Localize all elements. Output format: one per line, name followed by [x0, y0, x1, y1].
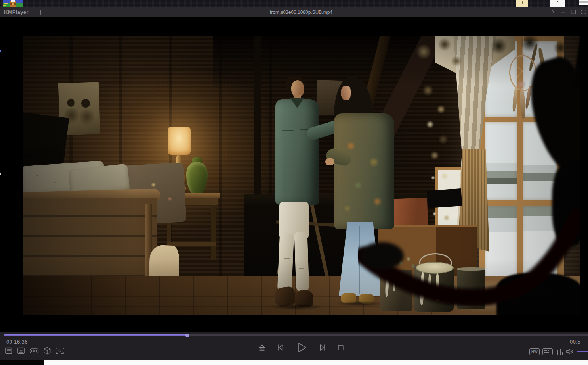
volume-fill [577, 351, 588, 352]
volume-button[interactable] [565, 348, 574, 355]
scene-man-leg [294, 231, 309, 291]
scene-black-box [427, 188, 462, 208]
scene-jeans-rip [284, 258, 290, 259]
cream-window-fragment[interactable] [516, 0, 528, 7]
scene-lamp-shade [168, 127, 191, 155]
video-area [0, 17, 588, 332]
vr-button[interactable] [29, 347, 39, 355]
play-button[interactable] [295, 341, 308, 354]
right-toolbar: HW [529, 348, 588, 355]
background-window-edge[interactable] [44, 360, 588, 365]
fragment-mark [522, 1, 523, 4]
screen: KMPlayer from.s03e06.1080p.SUB.mp4 [0, 0, 588, 365]
scene-dried-flowers [415, 75, 458, 151]
subtitle-button[interactable] [542, 348, 553, 355]
winrar-buckle [12, 3, 14, 5]
playlist-button[interactable] [5, 347, 13, 355]
scene-man-leg [277, 233, 294, 291]
winrar-stripe-yellow [4, 3, 8, 4]
current-time: 00:16:36 [6, 339, 28, 345]
scene-dried-flowers [409, 36, 468, 80]
fullscreen-button[interactable] [580, 8, 587, 15]
window-controls [549, 8, 587, 15]
transport-controls [258, 341, 345, 354]
snapshot-button[interactable] [55, 347, 64, 355]
bottom-strip [0, 360, 588, 365]
scene-feather-tuft [516, 80, 527, 89]
pin-icon [549, 8, 556, 15]
scene-dreamcatcher-web [514, 60, 531, 83]
previous-button[interactable] [276, 343, 285, 352]
maximize-icon [570, 8, 577, 15]
scene-man-jacket [275, 99, 319, 205]
eq-bar [556, 352, 556, 355]
total-time: 00:5 [570, 339, 580, 345]
next-button[interactable] [318, 343, 327, 352]
white-window-fragment[interactable] [550, 0, 565, 7]
scene-nightstand-shelf [167, 242, 216, 246]
titlebar[interactable]: KMPlayer from.s03e06.1080p.SUB.mp4 [0, 7, 588, 17]
fragment-dot [557, 1, 558, 2]
eq-bar [560, 349, 561, 355]
subtitle-dash [544, 352, 549, 353]
scene-window-pane [485, 122, 517, 200]
scene-woman-hand [325, 158, 334, 165]
cube-3d-button[interactable] [43, 347, 51, 355]
eq-bar [557, 350, 558, 355]
edge-artifact [0, 173, 1, 175]
winrar-stripe-yellow2 [3, 5, 6, 6]
winrar-handle [11, 0, 15, 2]
menu-box-icon[interactable] [32, 10, 41, 15]
desktop-strip [0, 0, 588, 7]
stop-button[interactable] [337, 344, 345, 352]
subtitle-dot [548, 350, 549, 351]
scene-foreground-fur [360, 242, 404, 270]
maximize-button[interactable] [570, 8, 577, 15]
hw-decoder-button[interactable]: HW [529, 348, 540, 355]
menu-dash [34, 12, 37, 12]
scene-woman-face [341, 86, 351, 100]
seek-handle[interactable] [185, 334, 189, 337]
minimize-button[interactable] [559, 8, 567, 15]
scene-jeans-rip [299, 268, 304, 269]
scene-nightstand-leg [211, 205, 216, 260]
scene-jacket-pocket [282, 130, 294, 131]
fullscreen-icon [580, 8, 587, 15]
equalizer-button[interactable] [556, 348, 563, 355]
eject-button[interactable] [258, 343, 266, 352]
minimize-icon [559, 8, 567, 15]
video-surface[interactable] [23, 36, 580, 315]
edge-artifact [0, 50, 1, 52]
scene-man-shadow [269, 304, 325, 310]
download-button[interactable] [17, 347, 25, 355]
subtitle-dash [544, 350, 547, 351]
eq-bar [562, 352, 563, 355]
winrar-icon[interactable] [3, 0, 23, 7]
window-title: from.s03e06.1080p.SUB.mp4 [270, 10, 332, 15]
control-panel: 00:16:36 00:5 [0, 332, 588, 360]
left-toolbar [5, 347, 64, 355]
seek-bar-fill [4, 334, 188, 336]
volume-slider[interactable] [577, 351, 588, 352]
notes-window-fragment[interactable] [579, 0, 588, 5]
seek-bar[interactable] [4, 334, 588, 336]
app-logo-text: KMPlayer [4, 9, 29, 15]
kmplayer-window: KMPlayer from.s03e06.1080p.SUB.mp4 [0, 7, 588, 365]
eq-bar [559, 351, 559, 355]
always-on-top-button[interactable] [549, 8, 556, 15]
